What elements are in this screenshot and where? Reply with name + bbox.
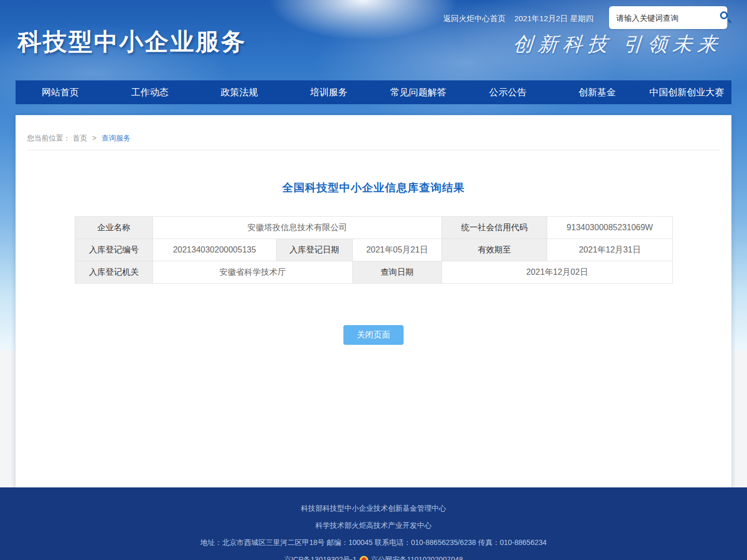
search-box (609, 6, 727, 29)
back-to-torch-center-link[interactable]: 返回火炬中心首页 (443, 14, 505, 24)
nav-item-home[interactable]: 网站首页 (16, 80, 105, 104)
label-registration-number: 入库登记编号 (75, 239, 153, 261)
value-valid-until: 2021年12月31日 (547, 239, 673, 261)
current-date-text: 2021年12月2日 星期四 (514, 14, 593, 24)
site-logo: 科技型中小企业服务 (18, 26, 246, 58)
table-row: 企业名称 安徽塔孜信息技术有限公司 统一社会信用代码 9134030008523… (75, 217, 673, 239)
nav-item-faq[interactable]: 常见问题解答 (374, 80, 463, 104)
footer-line-fund-center: 科技部科技型中小企业技术创新基金管理中心 (301, 504, 446, 513)
slogan-text: 创新科技 引领未来 (512, 31, 723, 58)
page-title: 全国科技型中小企业信息库查询结果 (16, 180, 731, 195)
breadcrumb: 您当前位置： 首页 > 查询服务 (27, 134, 720, 143)
value-credit-code: 91340300085231069W (547, 217, 673, 239)
label-valid-until: 有效期至 (442, 239, 547, 261)
main-navigation: 网站首页 工作动态 政策法规 培训服务 常见问题解答 公示公告 创新基金 中国创… (16, 80, 731, 104)
value-registration-number: 202134030200005135 (153, 239, 276, 261)
police-record-text: 京公网安备11010202007048 (371, 555, 463, 560)
breadcrumb-prefix: 您当前位置： (27, 134, 71, 142)
breadcrumb-divider (27, 150, 720, 150)
value-company-name: 安徽塔孜信息技术有限公司 (153, 217, 442, 239)
label-registration-date: 入库登记日期 (276, 239, 353, 261)
value-registration-authority: 安徽省科学技术厅 (153, 261, 353, 284)
close-page-button[interactable]: 关闭页面 (343, 325, 404, 345)
search-icon-lens (720, 11, 728, 19)
footer-line-contact: 地址：北京市西城区三里河二区甲18号 邮编：100045 联系电话：010-88… (200, 538, 547, 548)
nav-item-innovation-fund[interactable]: 创新基金 (552, 80, 642, 104)
search-icon[interactable] (720, 11, 733, 24)
page: 科技型中小企业服务 返回火炬中心首页 2021年12月2日 星期四 创新科技 引… (0, 0, 747, 560)
footer: 科技部科技型中小企业技术创新基金管理中心 科学技术部火炬高技术产业开发中心 地址… (0, 487, 747, 560)
police-badge-icon (359, 556, 368, 560)
breadcrumb-separator: > (92, 134, 96, 142)
breadcrumb-current-link[interactable]: 查询服务 (102, 134, 131, 142)
search-input[interactable] (616, 13, 720, 22)
table-row: 入库登记机关 安徽省科学技术厅 查询日期 2021年12月02日 (75, 261, 673, 284)
label-company-name: 企业名称 (75, 217, 153, 239)
query-result-table: 企业名称 安徽塔孜信息技术有限公司 统一社会信用代码 9134030008523… (75, 216, 673, 284)
nav-item-work-news[interactable]: 工作动态 (105, 80, 195, 104)
value-registration-date: 2021年05月21日 (353, 239, 442, 261)
header-top-links: 返回火炬中心首页 2021年12月2日 星期四 (443, 14, 593, 24)
label-credit-code: 统一社会信用代码 (442, 217, 547, 239)
breadcrumb-home-link[interactable]: 首页 (73, 134, 87, 142)
table-row: 入库登记编号 202134030200005135 入库登记日期 2021年05… (75, 239, 673, 261)
footer-line-torch-center: 科学技术部火炬高技术产业开发中心 (315, 521, 432, 530)
label-query-date: 查询日期 (353, 261, 442, 284)
search-icon-handle (727, 19, 732, 23)
nav-item-policies[interactable]: 政策法规 (195, 80, 284, 104)
value-query-date: 2021年12月02日 (442, 261, 673, 284)
label-registration-authority: 入库登记机关 (75, 261, 153, 284)
footer-line-records: 京ICP备13019302号-1 京公网安备11010202007048 (284, 555, 463, 560)
icp-record-text: 京ICP备13019302号-1 (284, 555, 356, 560)
content-panel: 您当前位置： 首页 > 查询服务 全国科技型中小企业信息库查询结果 企业名称 安… (16, 115, 731, 487)
nav-item-innovation-contest[interactable]: 中国创新创业大赛 (642, 80, 732, 104)
nav-item-announcements[interactable]: 公示公告 (463, 80, 553, 104)
nav-item-training[interactable]: 培训服务 (284, 80, 374, 104)
